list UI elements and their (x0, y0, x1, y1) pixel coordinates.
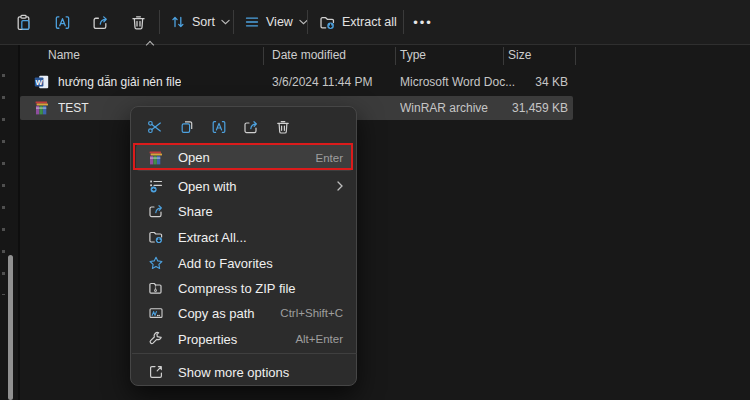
file-date: 3/6/2024 11:44 PM (272, 75, 373, 89)
see-more-button[interactable]: ••• (408, 7, 438, 37)
rename-icon (211, 119, 227, 135)
copy-icon (179, 119, 195, 135)
menu-item-label: Add to Favorites (178, 256, 273, 271)
menu-item-label: Compress to ZIP file (178, 281, 296, 296)
delete-button[interactable] (123, 7, 153, 37)
see-more-icon: ••• (413, 15, 433, 30)
sort-button[interactable]: Sort (164, 7, 236, 37)
toolbar-divider (159, 10, 160, 34)
menu-item-shortcut: Ctrl+Shift+C (280, 307, 343, 319)
menu-item-label: Show more options (178, 365, 289, 380)
column-divider[interactable] (395, 47, 396, 65)
menu-item-add-to-favorites[interactable]: Add to Favorites (136, 250, 353, 276)
share-icon (243, 119, 259, 135)
chevron-down-icon (221, 19, 230, 25)
wrench-icon (148, 331, 164, 347)
copy-button[interactable] (171, 112, 203, 142)
rename-icon (54, 14, 71, 31)
toolbar-divider (307, 10, 308, 34)
vertical-scrollbar-thumb[interactable] (8, 255, 13, 400)
quick-actions-row (139, 112, 299, 142)
column-header-date-modified[interactable]: Date modified (272, 48, 346, 62)
star-icon (148, 255, 164, 271)
toolbar-divider (233, 10, 234, 34)
word-doc-icon: W (34, 74, 50, 90)
toolbar-separator (0, 44, 750, 45)
rename-button[interactable] (203, 112, 235, 142)
sort-ascending-indicator (147, 42, 154, 49)
zip-folder-icon (148, 280, 164, 296)
menu-item-label: Properties (178, 332, 237, 347)
cut-icon (147, 119, 163, 135)
paste-icon (15, 14, 32, 31)
sort-icon (170, 14, 186, 30)
sort-label: Sort (192, 15, 215, 29)
menu-item-label: Extract All... (178, 230, 247, 245)
menu-item-show-more-options[interactable]: Show more options (136, 359, 353, 385)
menu-item-label: Copy as path (178, 306, 255, 321)
tree-dots (2, 55, 5, 295)
chevron-right-icon (337, 181, 343, 191)
column-header-type[interactable]: Type (400, 48, 426, 62)
file-name: TEST (58, 101, 89, 115)
menu-separator (132, 353, 357, 354)
file-explorer-window: Sort View (0, 0, 750, 400)
extract-all-icon (148, 229, 164, 245)
extract-all-label: Extract all (342, 15, 397, 29)
winrar-archive-icon (34, 100, 50, 116)
menu-item-label: Open (178, 150, 210, 165)
share-button[interactable] (235, 112, 267, 142)
column-header-size[interactable]: Size (508, 48, 531, 62)
menu-item-open[interactable]: Open Enter (136, 144, 353, 171)
column-header-name[interactable]: Name (48, 48, 80, 62)
share-icon (148, 203, 164, 219)
share-icon (92, 14, 109, 31)
delete-button[interactable] (267, 112, 299, 142)
extract-all-button[interactable]: Extract all (313, 7, 403, 37)
view-label: View (266, 15, 293, 29)
show-more-icon (148, 364, 164, 380)
svg-text:W: W (36, 78, 44, 87)
menu-item-shortcut: Alt+Enter (295, 333, 343, 345)
view-button[interactable]: View (238, 7, 314, 37)
menu-item-label: Open with (178, 179, 237, 194)
toolbar-divider (403, 10, 404, 34)
column-divider[interactable] (503, 47, 504, 65)
file-row-word-doc[interactable]: W hướng dẫn giải nén file 3/6/2024 11:44… (20, 70, 573, 94)
cut-button[interactable] (139, 112, 171, 142)
menu-item-properties[interactable]: Properties Alt+Enter (136, 326, 353, 352)
file-size: 31,459 KB (470, 101, 568, 115)
menu-item-label: Share (178, 204, 213, 219)
winrar-archive-icon (148, 150, 164, 166)
file-size: 34 KB (470, 75, 568, 89)
column-divider[interactable] (575, 47, 576, 65)
delete-icon (130, 14, 147, 31)
menu-item-extract-all[interactable]: Extract All... (136, 224, 353, 250)
menu-item-shortcut: Enter (316, 152, 344, 164)
rename-button[interactable] (47, 7, 77, 37)
extract-all-icon (319, 14, 336, 31)
open-with-icon (148, 178, 164, 194)
menu-item-share[interactable]: Share (136, 198, 353, 224)
delete-icon (275, 119, 291, 135)
view-icon (244, 14, 260, 30)
menu-item-open-with[interactable]: Open with (136, 173, 353, 199)
file-name: hướng dẫn giải nén file (58, 75, 181, 89)
menu-item-compress-to-zip[interactable]: Compress to ZIP file (136, 275, 353, 301)
toolbar: Sort View (0, 0, 750, 44)
paste-button[interactable] (8, 7, 38, 37)
context-menu: Open Enter Open with (130, 106, 357, 386)
copy-path-icon (148, 305, 164, 321)
share-button[interactable] (85, 7, 115, 37)
column-divider[interactable] (263, 47, 264, 65)
menu-item-copy-as-path[interactable]: Copy as path Ctrl+Shift+C (136, 300, 353, 326)
